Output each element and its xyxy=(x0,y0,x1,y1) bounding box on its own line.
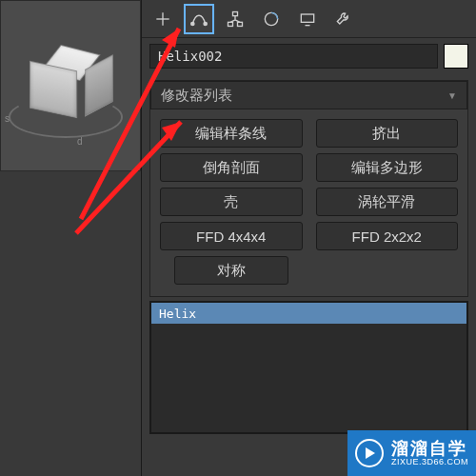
watermark: 溜溜自学 ZIXUE.3D66.COM xyxy=(347,430,476,476)
utilities-tab[interactable] xyxy=(328,4,359,34)
svg-rect-5 xyxy=(228,22,233,26)
modifier-list-dropdown[interactable]: 修改器列表 ▼ xyxy=(150,81,467,109)
command-panel: 修改器列表 ▼ 编辑样条线 挤出 倒角剖面 编辑多边形 壳 涡轮平滑 FFD 4… xyxy=(141,0,476,476)
display-tab[interactable] xyxy=(292,4,323,34)
svg-rect-6 xyxy=(238,22,243,26)
modifier-button[interactable]: 涡轮平滑 xyxy=(316,188,459,216)
stack-item[interactable]: Helix xyxy=(151,303,466,324)
watermark-url: ZIXUE.3D66.COM xyxy=(391,458,468,466)
modifier-button[interactable]: 编辑多边形 xyxy=(316,153,459,182)
axis-label: s xyxy=(5,113,10,124)
modifier-button[interactable]: 编辑样条线 xyxy=(160,119,303,148)
modifier-button[interactable]: FFD 2x2x2 xyxy=(316,222,459,250)
play-icon xyxy=(355,439,384,467)
watermark-brand: 溜溜自学 xyxy=(391,440,468,458)
svg-rect-4 xyxy=(233,11,238,15)
modifier-button[interactable]: 挤出 xyxy=(316,119,459,148)
chevron-down-icon: ▼ xyxy=(447,90,457,101)
panel-toolbar xyxy=(142,0,476,38)
svg-point-2 xyxy=(191,22,194,25)
create-tab[interactable] xyxy=(148,4,178,34)
axis-label: d xyxy=(77,136,83,147)
motion-tab[interactable] xyxy=(256,4,287,34)
modifier-button[interactable]: FFD 4x4x4 xyxy=(160,222,303,250)
viewport-cube[interactable]: s d xyxy=(0,0,141,171)
modifier-button[interactable]: 倒角剖面 xyxy=(160,153,303,182)
modifier-stack[interactable]: Helix xyxy=(149,301,468,434)
svg-rect-11 xyxy=(301,14,313,22)
object-name-input[interactable] xyxy=(149,44,438,69)
object-color-swatch[interactable] xyxy=(444,44,468,69)
modify-tab[interactable] xyxy=(184,4,214,34)
modifier-panel: 修改器列表 ▼ 编辑样条线 挤出 倒角剖面 编辑多边形 壳 涡轮平滑 FFD 4… xyxy=(149,80,468,297)
modifier-buttons: 编辑样条线 挤出 倒角剖面 编辑多边形 壳 涡轮平滑 FFD 4x4x4 FFD… xyxy=(150,109,467,296)
svg-point-3 xyxy=(204,22,207,25)
hierarchy-tab[interactable] xyxy=(220,4,250,34)
modifier-list-label: 修改器列表 xyxy=(161,87,232,105)
modifier-button-symmetry[interactable]: 对称 xyxy=(174,256,288,285)
modifier-button[interactable]: 壳 xyxy=(160,188,303,216)
